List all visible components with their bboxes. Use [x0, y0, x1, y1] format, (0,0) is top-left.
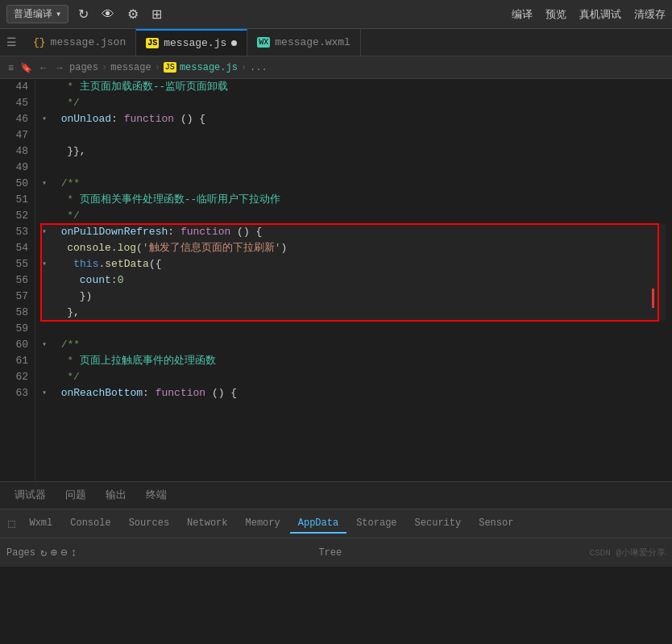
- js-file-icon: JS: [146, 38, 159, 48]
- preview-btn[interactable]: 预览: [545, 7, 566, 22]
- eye-icon[interactable]: 👁: [98, 4, 118, 25]
- line-numbers: 44 45 46 47 48 49 50 51 52 53 54 55 56 5…: [0, 79, 35, 481]
- bc-pages: pages: [69, 62, 98, 73]
- bc-sep3: ›: [241, 62, 247, 73]
- devtab-memory[interactable]: Memory: [238, 514, 288, 534]
- code-line-47: [42, 127, 666, 143]
- cursor-bar: [652, 289, 654, 308]
- code-line-63: ▾ onReachBottom: function () {: [42, 385, 666, 401]
- modified-indicator: [231, 40, 237, 46]
- tab-message-wxml[interactable]: WX message.wxml: [247, 29, 361, 56]
- devtab-console[interactable]: Console: [62, 514, 118, 534]
- tab-output[interactable]: 输出: [97, 483, 135, 509]
- code-line-48: }},: [42, 143, 666, 160]
- code-line-54: console.log('触发了信息页面的下拉刷新'): [42, 240, 666, 256]
- tree-label: Tree CSDN @小琳爱分享: [318, 546, 666, 559]
- json-file-icon: {}: [33, 36, 46, 48]
- code-line-55: ▾ this.setData({: [42, 256, 666, 272]
- code-line-58: },: [42, 305, 666, 321]
- file-tabs: ☰ {} message.json JS message.js WX messa…: [0, 29, 672, 56]
- debug-btn[interactable]: 真机调试: [579, 7, 621, 22]
- refresh-icon[interactable]: ↻: [75, 3, 92, 25]
- watermark: CSDN @小琳爱分享: [589, 548, 666, 558]
- sidebar-toggle-icon[interactable]: ☰: [0, 29, 23, 56]
- toolbar-actions: 编译 预览 真机调试 清缓存: [512, 7, 666, 22]
- bc-sep2: ›: [155, 62, 160, 73]
- devtab-security[interactable]: Security: [407, 514, 470, 534]
- top-toolbar: 普通编译 ▾ ↻ 👁 ⚙ ⊞ 编译 预览 真机调试 清缓存: [0, 0, 672, 29]
- forward-btn[interactable]: →: [53, 60, 66, 75]
- tab-debugger[interactable]: 调试器: [6, 483, 54, 509]
- code-line-50: ▾ /**: [42, 176, 666, 192]
- compile-btn[interactable]: 编译: [512, 7, 533, 22]
- code-line-61: * 页面上拉触底事件的处理函数: [42, 353, 666, 369]
- code-line-53: ▾ onPullDownRefresh: function () {: [42, 224, 666, 240]
- devtab-network[interactable]: Network: [179, 514, 235, 534]
- tab-message-js[interactable]: JS message.js: [136, 29, 247, 56]
- back-btn[interactable]: ←: [37, 60, 50, 75]
- compile-mode-dropdown[interactable]: 普通编译 ▾: [6, 5, 68, 23]
- bc-js-icon: JS: [164, 62, 176, 73]
- bottom-panel-tabs: 调试器 问题 输出 终端: [0, 481, 672, 509]
- devtab-sensor[interactable]: Sensor: [471, 514, 521, 534]
- tab-js-label: message.js: [164, 37, 226, 49]
- code-line-62: */: [42, 369, 666, 385]
- dropdown-arrow-icon: ▾: [56, 8, 61, 20]
- tab-json-label: message.json: [51, 36, 127, 48]
- pages-label: Pages: [6, 547, 35, 559]
- code-line-52: */: [42, 208, 666, 224]
- remote-debug-icon[interactable]: ⚙: [124, 3, 142, 25]
- cursor-tool-icon[interactable]: ⬚: [3, 513, 19, 534]
- code-lines: * 主页面加载函数--监听页面卸载 */ ▾ onUnload: functio…: [35, 79, 672, 481]
- bc-sep1: ›: [102, 62, 107, 73]
- remove-btn[interactable]: ⊖: [60, 546, 67, 559]
- code-editor[interactable]: 44 45 46 47 48 49 50 51 52 53 54 55 56 5…: [0, 79, 672, 481]
- move-btn[interactable]: ↕: [70, 546, 77, 559]
- code-line-57: }): [42, 289, 666, 305]
- bc-message: message: [110, 62, 151, 73]
- code-line-45: */: [42, 95, 666, 111]
- status-left: Pages ↻ ⊕ ⊖ ↕: [6, 546, 77, 559]
- code-line-51: * 页面相关事件处理函数--临听用户下拉动作: [42, 192, 666, 208]
- code-line-49: [42, 160, 666, 176]
- tab-message-json[interactable]: {} message.json: [23, 29, 136, 56]
- bc-filename: message.js: [180, 62, 238, 73]
- dropdown-label: 普通编译: [14, 7, 52, 21]
- tab-problems[interactable]: 问题: [57, 483, 94, 509]
- devtab-storage[interactable]: Storage: [348, 514, 404, 534]
- list-view-btn[interactable]: ≡: [6, 60, 15, 75]
- devtools-bar: ⬚ Wxml Console Sources Network Memory Ap…: [0, 509, 672, 538]
- wxml-file-icon: WX: [257, 37, 270, 48]
- devtab-sources[interactable]: Sources: [121, 514, 177, 534]
- code-line-46: ▾ onUnload: function () {: [42, 111, 666, 127]
- bc-dots: ...: [250, 62, 268, 73]
- devtab-wxml[interactable]: Wxml: [21, 514, 60, 534]
- tab-wxml-label: message.wxml: [275, 36, 351, 48]
- status-bar: Pages ↻ ⊕ ⊖ ↕ Tree CSDN @小琳爱分享: [0, 538, 672, 567]
- code-line-44: * 主页面加载函数--监听页面卸载: [42, 79, 666, 95]
- refresh-controls: ↻ ⊕ ⊖ ↕: [40, 546, 77, 559]
- breadcrumb: ≡ 🔖 ← → pages › message › JS message.js …: [0, 56, 672, 79]
- code-line-60: ▾ /**: [42, 337, 666, 353]
- code-line-56: count:0: [42, 272, 666, 289]
- refresh-btn[interactable]: ↻: [40, 546, 47, 559]
- clear-btn[interactable]: 清缓存: [634, 7, 666, 22]
- add-btn[interactable]: ⊕: [50, 546, 56, 559]
- code-line-59: [42, 321, 666, 337]
- tab-terminal[interactable]: 终端: [138, 483, 175, 509]
- bookmark-btn[interactable]: 🔖: [19, 60, 34, 75]
- layers-icon[interactable]: ⊞: [148, 3, 165, 25]
- devtab-appdata[interactable]: AppData: [290, 514, 346, 534]
